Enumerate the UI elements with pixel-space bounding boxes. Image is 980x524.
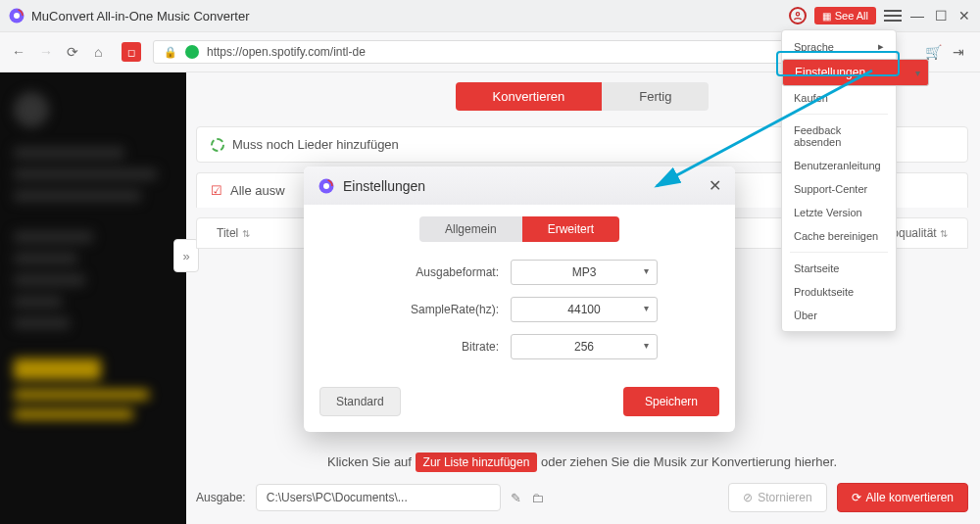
sort-icon[interactable]: ⇅ [242, 228, 250, 239]
nav-back-icon[interactable]: ← [12, 44, 27, 60]
nav-home-icon[interactable]: ⌂ [94, 44, 110, 60]
row-bitrate: Bitrate: 256 [304, 334, 735, 359]
info-need-songs-text: Muss noch Lieder hinzufügen [232, 137, 399, 152]
label-output-format: Ausgabeformat: [381, 265, 499, 279]
tab-convert[interactable]: Konvertieren [456, 82, 603, 111]
select-sample-rate[interactable]: 44100 [511, 297, 658, 322]
add-to-list-chip[interactable]: Zur Liste hinzufügen [416, 453, 538, 472]
menu-item-about[interactable]: Über [782, 304, 896, 327]
menu-item-version[interactable]: Letzte Version [782, 201, 896, 224]
dialog-tab-general[interactable]: Allgemein [419, 216, 522, 242]
url-text: https://open.spotify.com/intl-de [207, 45, 366, 59]
output-path-text: C:\Users\PC\Documents\... [267, 491, 408, 504]
sort-icon[interactable]: ⇅ [940, 228, 948, 239]
menu-item-manual[interactable]: Benutzeranleitung [782, 154, 896, 177]
cancel-button[interactable]: ⊘Stornieren [728, 483, 826, 512]
select-bitrate[interactable]: 256 [511, 334, 658, 359]
menu-item-support[interactable]: Support-Center [782, 177, 896, 201]
app-title: MuConvert All-in-One Music Converter [31, 9, 789, 24]
open-folder-icon[interactable]: ✎ [511, 491, 521, 505]
settings-dialog: Einstellungen ✕ Allgemein Erweitert Ausg… [304, 167, 735, 432]
row-output-format: Ausgabeformat: MP3 [304, 260, 735, 285]
menu-item-feedback[interactable]: Feedback absenden [782, 119, 896, 154]
hamburger-menu-icon[interactable] [884, 10, 902, 22]
dialog-logo-icon [318, 177, 335, 195]
drop-hint: Klicken Sie auf Zur Liste hinzufügen ode… [196, 454, 968, 469]
queue-icon[interactable]: ⇥ [953, 44, 968, 60]
label-bitrate: Bitrate: [381, 340, 499, 354]
tab-done[interactable]: Fertig [602, 82, 709, 111]
menu-item-settings[interactable]: Einstellungen [782, 59, 929, 86]
output-label: Ausgabe: [196, 491, 246, 504]
menu-item-language[interactable]: Sprache▸ [782, 34, 896, 59]
cancel-icon: ⊘ [743, 491, 753, 504]
dialog-tab-advanced[interactable]: Erweitert [522, 216, 619, 242]
see-all-label: See All [835, 10, 868, 22]
convert-all-button[interactable]: ⟳Alle konvertieren [837, 483, 968, 512]
lock-icon: 🔒 [164, 46, 177, 59]
bottom-bar: Ausgabe: C:\Users\PC\Documents\... ✎ 🗀 ⊘… [196, 483, 968, 512]
menu-item-product[interactable]: Produktseite [782, 280, 896, 304]
dialog-tabs: Allgemein Erweitert [304, 216, 735, 242]
select-output-format[interactable]: MP3 [511, 260, 658, 285]
label-sample-rate: SampleRate(hz): [381, 303, 499, 316]
convert-icon: ⟳ [852, 491, 861, 504]
titlebar: MuConvert All-in-One Music Converter ▦Se… [0, 0, 980, 31]
select-all-checkbox-icon[interactable]: ☑ [211, 183, 222, 198]
user-account-icon[interactable] [789, 7, 807, 24]
row-sample-rate: SampleRate(hz): 44100 [304, 297, 735, 322]
address-bar[interactable]: 🔒 https://open.spotify.com/intl-de [153, 40, 868, 64]
menu-item-cache[interactable]: Cache bereinigen [782, 224, 896, 248]
window-maximize-icon[interactable]: ☐ [933, 8, 949, 24]
nav-forward-icon[interactable]: → [39, 44, 55, 60]
browse-folder-icon[interactable]: 🗀 [531, 491, 544, 505]
nav-refresh-icon[interactable]: ⟳ [67, 44, 82, 60]
spotify-favicon-icon [185, 45, 199, 59]
window-close-icon[interactable]: ✕ [956, 8, 972, 24]
svg-point-2 [796, 13, 799, 16]
window-minimize-icon[interactable]: — [909, 8, 925, 24]
save-button[interactable]: Speichern [623, 387, 719, 416]
output-path-box[interactable]: C:\Users\PC\Documents\... [256, 484, 501, 511]
service-tile-icon[interactable]: ◻ [122, 42, 141, 62]
spinner-icon [211, 138, 224, 152]
svg-point-5 [323, 183, 329, 189]
submenu-arrow-icon: ▸ [878, 40, 884, 53]
menu-item-buy[interactable]: Kaufen [782, 86, 896, 110]
dialog-close-icon[interactable]: ✕ [709, 176, 721, 195]
column-quality[interactable]: oqualität ⇅ [892, 226, 948, 240]
select-all-label: Alle ausw [230, 183, 285, 198]
main-menu-dropdown: Sprache▸ Einstellungen Kaufen Feedback a… [781, 29, 897, 332]
standard-button[interactable]: Standard [319, 387, 401, 416]
see-all-button[interactable]: ▦See All [814, 7, 876, 24]
app-logo-icon [8, 7, 25, 24]
dialog-footer: Standard Speichern [304, 371, 735, 432]
spotify-sidebar [0, 72, 186, 524]
svg-point-1 [14, 13, 20, 19]
menu-item-home[interactable]: Startseite [782, 257, 896, 280]
dialog-header: Einstellungen ✕ [304, 167, 735, 205]
dialog-title: Einstellungen [343, 178, 425, 194]
cart-icon[interactable]: 🛒 [925, 44, 941, 60]
